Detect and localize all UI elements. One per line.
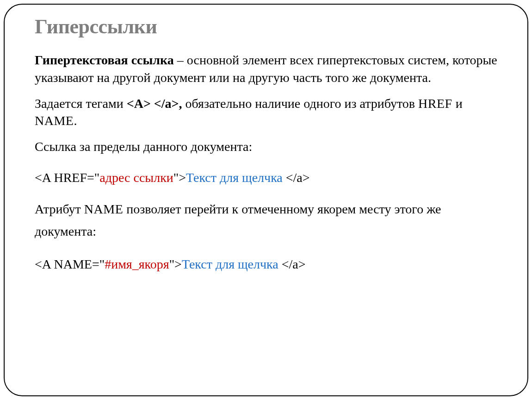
code-c2: "> <box>169 257 182 271</box>
t3: и <box>452 96 463 111</box>
code-blue: Текст для щелчка <box>182 257 282 271</box>
code-c3: </a> <box>286 170 310 185</box>
attr-name-2: NAME <box>84 202 123 216</box>
term-bold: Гипертекстовая ссылка <box>35 53 174 67</box>
paragraph-tags: Задается тегами <A> </a>, обязательно на… <box>35 95 497 130</box>
code-red: #имя_якоря <box>105 257 169 271</box>
code-c2: "> <box>173 170 186 185</box>
attr-name: NAME <box>35 113 74 128</box>
code-c1: <A HREF=" <box>35 170 99 185</box>
code-example-name: <A NAME="#имя_якоря">Текст для щелчка </… <box>35 257 497 272</box>
code-blue: Текст для щелчка <box>186 170 286 185</box>
slide-title: Гиперссылки <box>35 15 497 38</box>
code-c1: <A NAME=" <box>35 257 105 271</box>
tag-a: <A> </a>, <box>127 96 182 111</box>
code-c3: </a> <box>282 257 306 271</box>
t1: Атрибут <box>35 202 84 216</box>
attr-href: HREF <box>418 96 452 111</box>
slide-frame: Гиперссылки Гипертекстовая ссылка – осно… <box>4 4 528 396</box>
paragraph-definition: Гипертекстовая ссылка – основной элемент… <box>35 51 497 87</box>
paragraph-external-link-label: Ссылка за пределы данного документа: <box>35 138 497 156</box>
code-red: адрес ссылки <box>99 170 173 185</box>
t2: обязательно наличие одного из атрибутов <box>182 96 418 111</box>
t4: . <box>74 113 77 128</box>
t1: Задается тегами <box>35 96 127 111</box>
paragraph-anchor-label: Атрибут NAME позволяет перейти к отмечен… <box>35 198 497 242</box>
code-example-href: <A HREF="адрес ссылки">Текст для щелчка … <box>35 170 497 185</box>
